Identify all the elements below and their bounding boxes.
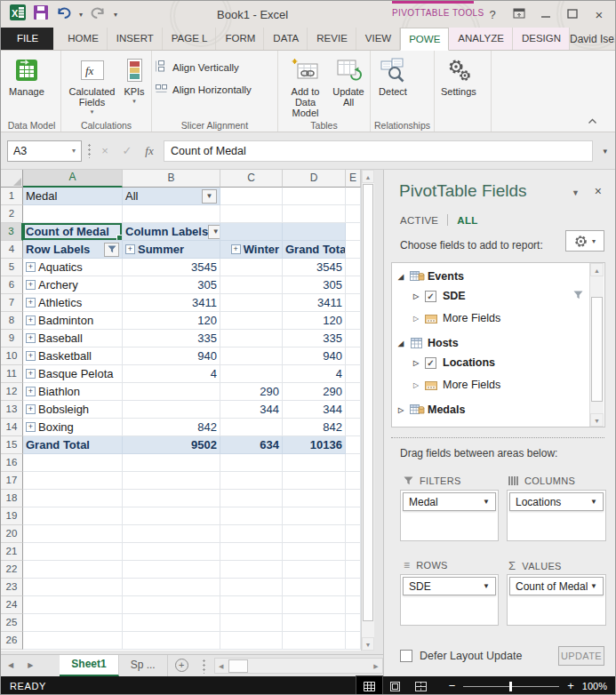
row-header-20[interactable]: 20 bbox=[1, 525, 23, 543]
cell-C11[interactable] bbox=[220, 365, 283, 383]
calculated-fields-button[interactable]: fx Calculated Fields ▾ bbox=[64, 52, 120, 116]
defer-layout-checkbox[interactable] bbox=[400, 650, 412, 662]
cell-D7[interactable]: 3411 bbox=[283, 294, 346, 312]
rows-area-box[interactable]: SDE ▼ bbox=[400, 574, 499, 626]
row-header-2[interactable]: 2 bbox=[1, 205, 23, 223]
cell-A19[interactable] bbox=[23, 507, 123, 525]
cell-C9[interactable] bbox=[220, 330, 283, 348]
ribbon-tab-design[interactable]: DESIGN bbox=[513, 28, 570, 50]
cell-C26[interactable] bbox=[220, 632, 283, 650]
cell-B17[interactable] bbox=[123, 472, 220, 490]
cell-B1[interactable]: All▼ bbox=[123, 188, 220, 205]
cell-A22[interactable] bbox=[23, 561, 123, 579]
cell-B24[interactable] bbox=[123, 596, 220, 614]
cell-E8[interactable] bbox=[346, 312, 361, 330]
cell-D6[interactable]: 305 bbox=[283, 276, 346, 294]
align-horizontally-button[interactable]: Align Horizontally bbox=[155, 82, 275, 97]
cell-D13[interactable]: 344 bbox=[283, 401, 346, 419]
ribbon-tab-home[interactable]: HOME bbox=[59, 28, 108, 50]
align-vertically-button[interactable]: Align Vertically bbox=[155, 60, 275, 75]
cell-dropdown-icon[interactable]: ▼ bbox=[208, 225, 220, 239]
name-box[interactable]: A3 ▾ bbox=[7, 140, 82, 162]
row-header-12[interactable]: 12 bbox=[1, 383, 23, 401]
row-header-5[interactable]: 5 bbox=[1, 259, 23, 276]
row-header-16[interactable]: 16 bbox=[1, 454, 23, 472]
field-item-more-fields[interactable]: ▷More Fields bbox=[392, 308, 604, 328]
cell-B16[interactable] bbox=[123, 454, 220, 472]
chip-dropdown-icon[interactable]: ▼ bbox=[483, 582, 490, 590]
zoom-level[interactable]: 100% bbox=[582, 681, 607, 691]
cell-B18[interactable] bbox=[123, 490, 220, 507]
ribbon-tab-analyze[interactable]: ANALYZE bbox=[449, 28, 513, 50]
cell-C15[interactable]: 634 bbox=[220, 436, 283, 454]
scroll-up-icon[interactable]: ▲ bbox=[590, 263, 604, 276]
cell-E24[interactable] bbox=[346, 596, 361, 614]
cell-B3[interactable]: Column Labels▼ bbox=[123, 223, 220, 241]
row-labels-filter-icon[interactable] bbox=[104, 243, 119, 257]
cell-C8[interactable] bbox=[220, 312, 283, 330]
cell-A15[interactable]: Grand Total bbox=[23, 436, 123, 454]
cell-E23[interactable] bbox=[346, 579, 361, 596]
row-header-7[interactable]: 7 bbox=[1, 294, 23, 312]
cell-E16[interactable] bbox=[346, 454, 361, 472]
collapse-icon[interactable]: ◢ bbox=[398, 273, 410, 281]
tab-scroll-divider[interactable] bbox=[203, 659, 205, 674]
cell-D17[interactable] bbox=[283, 472, 346, 490]
cell-B6[interactable]: 305 bbox=[123, 276, 220, 294]
undo-dropdown-icon[interactable]: ▾ bbox=[79, 11, 83, 19]
chip-dropdown-icon[interactable]: ▼ bbox=[590, 498, 597, 506]
undo-icon[interactable] bbox=[56, 6, 71, 22]
cell-D23[interactable] bbox=[283, 579, 346, 596]
cell-D19[interactable] bbox=[283, 507, 346, 525]
ribbon-tab-data[interactable]: DATA bbox=[264, 28, 308, 50]
cell-A20[interactable] bbox=[23, 525, 123, 543]
sheet-tab-sp-[interactable]: Sp ... bbox=[119, 655, 168, 676]
cell-dropdown-icon[interactable]: ▼ bbox=[202, 189, 217, 204]
expand-icon[interactable]: ▷ bbox=[413, 315, 425, 323]
field-item-medals[interactable]: ▷Medals bbox=[392, 400, 604, 419]
next-sheet-icon[interactable]: ▶ bbox=[20, 655, 40, 676]
cell-B15[interactable]: 9502 bbox=[123, 436, 220, 454]
ribbon-tab-revie[interactable]: REVIE bbox=[308, 28, 356, 50]
select-all-corner[interactable] bbox=[1, 170, 23, 188]
column-header-B[interactable]: B bbox=[123, 170, 220, 188]
vertical-scrollbar[interactable]: ▲ ▼ bbox=[361, 170, 374, 651]
cell-E5[interactable] bbox=[346, 259, 361, 276]
cell-A14[interactable]: +Boxing bbox=[23, 419, 123, 436]
cell-E22[interactable] bbox=[346, 561, 361, 579]
row-header-19[interactable]: 19 bbox=[1, 507, 23, 525]
zoom-out-icon[interactable]: − bbox=[449, 682, 456, 691]
cell-B19[interactable] bbox=[123, 507, 220, 525]
cell-A1[interactable]: Medal bbox=[23, 188, 123, 205]
cell-A18[interactable] bbox=[23, 490, 123, 507]
zoom-in-icon[interactable]: + bbox=[567, 682, 574, 691]
cell-D9[interactable]: 335 bbox=[283, 330, 346, 348]
cell-D26[interactable] bbox=[283, 632, 346, 650]
add-to-data-model-button[interactable]: Add to Data Model bbox=[281, 52, 330, 118]
cell-C16[interactable] bbox=[220, 454, 283, 472]
cell-C24[interactable] bbox=[220, 596, 283, 614]
update-button[interactable]: UPDATE bbox=[558, 646, 604, 666]
field-checkbox[interactable]: ✓ bbox=[425, 291, 436, 302]
values-area-box[interactable]: Count of Medal ▼ bbox=[507, 574, 606, 626]
cell-B2[interactable] bbox=[123, 205, 220, 223]
cell-B26[interactable] bbox=[123, 632, 220, 650]
cell-D18[interactable] bbox=[283, 490, 346, 507]
row-header-21[interactable]: 21 bbox=[1, 543, 23, 561]
cell-A13[interactable]: +Bobsleigh bbox=[23, 401, 123, 419]
row-header-11[interactable]: 11 bbox=[1, 365, 23, 383]
confirm-entry-icon[interactable]: ✓ bbox=[119, 144, 135, 157]
row-header-23[interactable]: 23 bbox=[1, 579, 23, 596]
row-header-15[interactable]: 15 bbox=[1, 436, 23, 454]
cell-B21[interactable] bbox=[123, 543, 220, 561]
cell-B20[interactable] bbox=[123, 525, 220, 543]
cell-D1[interactable] bbox=[283, 188, 346, 205]
cell-D3[interactable] bbox=[283, 223, 346, 241]
row-header-13[interactable]: 13 bbox=[1, 401, 23, 419]
cell-A4[interactable]: Row Labels bbox=[23, 241, 123, 259]
ribbon-tab-view[interactable]: VIEW bbox=[356, 28, 400, 50]
help-icon[interactable]: ? bbox=[485, 8, 500, 21]
field-item-locations[interactable]: ▷✓Locations bbox=[392, 353, 604, 372]
normal-view-icon[interactable] bbox=[356, 676, 382, 695]
ribbon-display-options-icon[interactable] bbox=[512, 8, 526, 21]
